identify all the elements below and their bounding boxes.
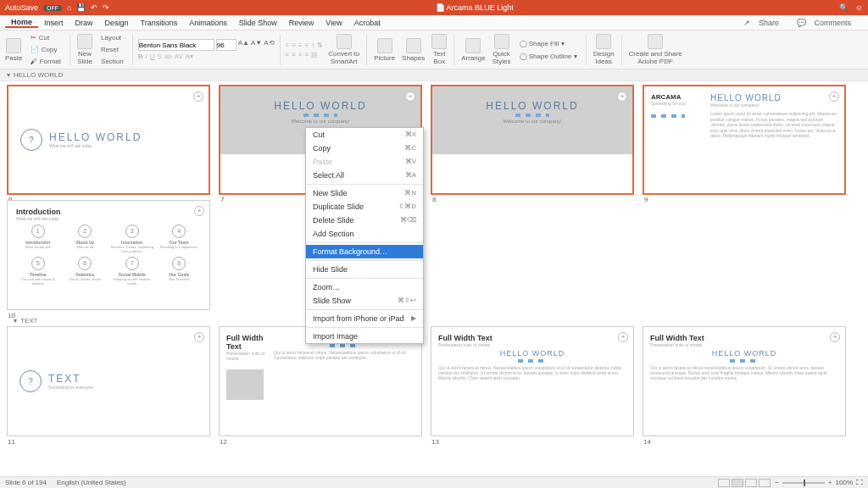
- paste-icon[interactable]: [6, 38, 21, 53]
- align-center-icon[interactable]: ≡: [292, 51, 296, 58]
- textbox-button[interactable]: Text Box: [433, 50, 446, 65]
- ideas-icon[interactable]: [596, 34, 611, 49]
- plus-icon[interactable]: +: [194, 332, 204, 342]
- ctx-import-iphone[interactable]: Import from iPhone or iPad▶: [306, 312, 423, 325]
- ctx-delete[interactable]: Delete Slide⌘⌫: [306, 214, 423, 227]
- indent-dec-icon[interactable]: ≡: [298, 42, 303, 49]
- slideshow-view-icon[interactable]: [759, 479, 771, 487]
- tab-transitions[interactable]: Transitions: [135, 19, 184, 27]
- dec-font-icon[interactable]: A▼: [251, 39, 262, 51]
- font-color-icon[interactable]: A▾: [186, 53, 193, 60]
- align-right-icon[interactable]: ≡: [298, 51, 303, 58]
- clear-format-icon[interactable]: A⟲: [264, 39, 274, 51]
- tab-home[interactable]: Home: [5, 18, 38, 28]
- plus-icon[interactable]: +: [405, 92, 415, 102]
- share-button[interactable]: ↗ Share: [737, 19, 791, 27]
- home-icon[interactable]: ⌂: [67, 3, 71, 12]
- slide-14[interactable]: + Full Width Text Presentation suits of …: [643, 326, 846, 436]
- ctx-cut[interactable]: Cut⌘X: [306, 128, 423, 141]
- design-ideas[interactable]: Design Ideas: [593, 50, 615, 65]
- quickstyles-button[interactable]: Quick Styles: [492, 50, 511, 65]
- adobe-pdf-button[interactable]: Create and Share Adobe PDF: [629, 50, 682, 65]
- normal-view-icon[interactable]: [718, 479, 730, 487]
- ctx-hide-slide[interactable]: Hide Slide: [306, 263, 423, 276]
- tab-draw[interactable]: Draw: [70, 19, 99, 27]
- line-spacing-icon[interactable]: ↕: [311, 42, 314, 49]
- slide-13[interactable]: + Full Width Text Presentation suits of …: [431, 326, 634, 436]
- picture-icon[interactable]: [377, 38, 392, 53]
- spacing-icon[interactable]: AV: [175, 53, 183, 60]
- tab-acrobat[interactable]: Acrobat: [348, 19, 387, 27]
- plus-icon[interactable]: +: [618, 332, 628, 342]
- ctx-format-background[interactable]: Format Background…: [306, 245, 423, 258]
- text-dir-icon[interactable]: ⇅: [317, 42, 323, 49]
- reading-view-icon[interactable]: [745, 479, 757, 487]
- tab-insert[interactable]: Insert: [38, 19, 70, 27]
- sorter-view-icon[interactable]: [732, 479, 743, 487]
- picture-button[interactable]: Picture: [374, 54, 395, 62]
- slide-9[interactable]: + ARCAMA Something for you HELLO WORLD W…: [643, 85, 846, 195]
- convert-smartart[interactable]: Convert to SmartArt: [328, 50, 359, 65]
- tab-slideshow[interactable]: Slide Show: [233, 19, 283, 27]
- autosave-toggle[interactable]: OFF: [43, 5, 62, 11]
- zoom-out-icon[interactable]: −: [775, 479, 779, 486]
- columns-icon[interactable]: ▤: [311, 51, 318, 58]
- inc-font-icon[interactable]: A▲: [238, 39, 249, 51]
- plus-icon[interactable]: +: [829, 92, 839, 102]
- shapes-button[interactable]: Shapes: [402, 54, 425, 62]
- reset-button[interactable]: Reset: [97, 44, 127, 55]
- bullets-icon[interactable]: ≡: [286, 42, 290, 49]
- fit-icon[interactable]: ⛶: [856, 479, 863, 486]
- ctx-slideshow[interactable]: Slide Show⌘⇧↩: [306, 294, 423, 308]
- copy-button[interactable]: 📄 Copy: [27, 44, 64, 55]
- redo-icon[interactable]: ↷: [103, 3, 109, 12]
- align-just-icon[interactable]: ≡: [305, 51, 309, 58]
- smartart-icon[interactable]: [337, 34, 352, 49]
- slide-10[interactable]: + Introduction What we will see today 1I…: [7, 200, 210, 310]
- shapes-icon[interactable]: [406, 38, 421, 53]
- align-left-icon[interactable]: ≡: [286, 51, 290, 58]
- tab-view[interactable]: View: [320, 19, 348, 27]
- save-icon[interactable]: 💾: [76, 3, 86, 12]
- format-button[interactable]: 🖌 Format: [27, 56, 64, 67]
- slide-8[interactable]: + HELLO WORLD Welcome to our company! 8: [431, 85, 634, 195]
- font-select[interactable]: [138, 39, 214, 51]
- shadow-icon[interactable]: ab: [164, 53, 172, 60]
- tab-animations[interactable]: Animations: [183, 19, 233, 27]
- undo-icon[interactable]: ↶: [91, 3, 97, 12]
- adobe-icon[interactable]: [648, 34, 663, 49]
- section-hello-world[interactable]: ▾HELLO WORLD: [0, 69, 868, 81]
- shape-outline[interactable]: ◯ Shape Outline ▾: [516, 51, 581, 62]
- slide-6[interactable]: + ? HELLO WORLD What we will see today 6: [7, 85, 210, 195]
- layout-button[interactable]: Layout: [97, 32, 127, 43]
- shape-fill[interactable]: ◯ Shape Fill ▾: [516, 38, 581, 49]
- new-slide-icon[interactable]: [77, 34, 92, 49]
- ctx-import-image[interactable]: Import Image: [306, 330, 423, 343]
- italic-icon[interactable]: I: [146, 53, 147, 60]
- tab-design[interactable]: Design: [99, 19, 135, 27]
- tab-review[interactable]: Review: [283, 19, 320, 27]
- ctx-add-section[interactable]: Add Section: [306, 227, 423, 241]
- numbering-icon[interactable]: ≡: [292, 42, 296, 49]
- comments-button[interactable]: 💬 Comments: [791, 19, 863, 27]
- plus-icon[interactable]: +: [193, 92, 203, 102]
- section-text[interactable]: ▾TEXT: [7, 315, 861, 326]
- slide-11[interactable]: + ? TEXT Something for everyone 11: [7, 326, 210, 436]
- underline-icon[interactable]: U: [150, 53, 155, 60]
- font-size[interactable]: [216, 39, 236, 51]
- section-button[interactable]: Section: [97, 56, 127, 67]
- textbox-icon[interactable]: [431, 34, 447, 49]
- strike-icon[interactable]: S: [158, 53, 162, 60]
- ctx-zoom[interactable]: Zoom…: [306, 280, 423, 294]
- ctx-new-slide[interactable]: New Slide⌘N: [306, 186, 423, 200]
- plus-icon[interactable]: +: [830, 332, 840, 342]
- indent-inc-icon[interactable]: ≡: [305, 42, 309, 49]
- bold-icon[interactable]: B: [138, 53, 143, 60]
- zoom-slider[interactable]: [782, 482, 825, 484]
- account-icon[interactable]: ☺: [855, 3, 863, 12]
- plus-icon[interactable]: +: [194, 206, 204, 216]
- ctx-duplicate[interactable]: Duplicate Slide⇧⌘D: [306, 200, 423, 214]
- plus-icon[interactable]: +: [617, 92, 627, 102]
- ctx-copy[interactable]: Copy⌘C: [306, 141, 423, 155]
- quickstyles-icon[interactable]: [494, 34, 509, 49]
